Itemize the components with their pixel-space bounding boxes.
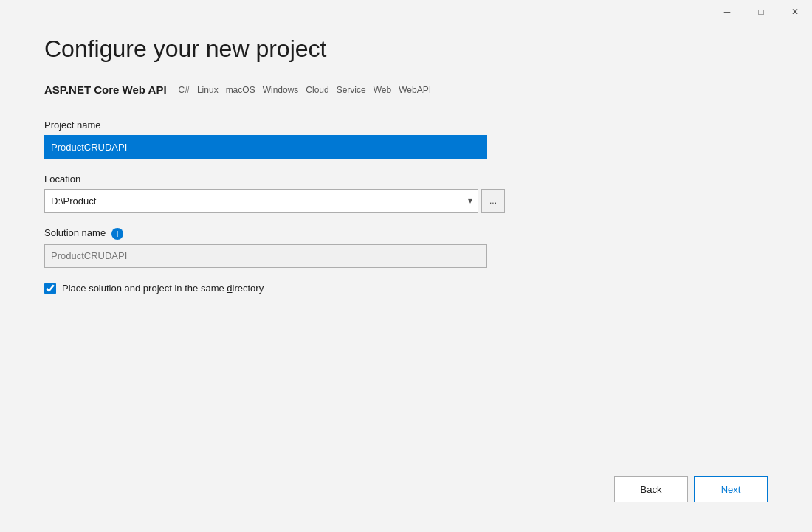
maximize-button[interactable]: □ xyxy=(744,0,778,24)
footer: Back Next xyxy=(44,464,768,502)
project-type-name: ASP.NET Core Web API xyxy=(44,83,167,96)
page-title: Configure your new project xyxy=(44,35,768,63)
tag-cloud: Cloud xyxy=(306,85,328,95)
location-select[interactable]: D:\Product xyxy=(44,189,478,213)
same-directory-row: Place solution and project in the same d… xyxy=(44,283,768,294)
solution-name-group: Solution name i xyxy=(44,227,768,268)
tag-web: Web xyxy=(374,85,391,95)
project-type-row: ASP.NET Core Web API C# Linux macOS Wind… xyxy=(44,83,768,96)
solution-name-input[interactable] xyxy=(44,244,487,268)
tag-macos: macOS xyxy=(226,85,255,95)
project-name-input[interactable] xyxy=(44,135,487,159)
same-directory-checkbox[interactable] xyxy=(44,283,56,294)
tag-linux: Linux xyxy=(197,85,219,95)
form-section: Project name Location D:\Product ... Sol… xyxy=(44,120,768,464)
solution-name-info-icon[interactable]: i xyxy=(111,228,123,240)
title-bar: ─ □ ✕ xyxy=(710,0,812,24)
location-row: D:\Product ... xyxy=(44,189,768,213)
next-button[interactable]: Next xyxy=(694,476,768,502)
main-content: Configure your new project ASP.NET Core … xyxy=(0,0,812,532)
back-button[interactable]: Back xyxy=(614,476,688,502)
project-name-label: Project name xyxy=(44,120,768,131)
minimize-button[interactable]: ─ xyxy=(710,0,744,24)
same-directory-label: Place solution and project in the same d… xyxy=(62,283,264,294)
close-button[interactable]: ✕ xyxy=(778,0,812,24)
project-name-group: Project name xyxy=(44,120,768,159)
location-select-wrapper: D:\Product xyxy=(44,189,478,213)
location-label: Location xyxy=(44,173,768,184)
tag-csharp: C# xyxy=(179,85,190,95)
tag-service: Service xyxy=(337,85,366,95)
solution-name-label: Solution name i xyxy=(44,227,768,240)
tag-windows: Windows xyxy=(263,85,299,95)
location-group: Location D:\Product ... xyxy=(44,173,768,213)
browse-button[interactable]: ... xyxy=(481,189,505,213)
tag-webapi: WebAPI xyxy=(399,85,431,95)
